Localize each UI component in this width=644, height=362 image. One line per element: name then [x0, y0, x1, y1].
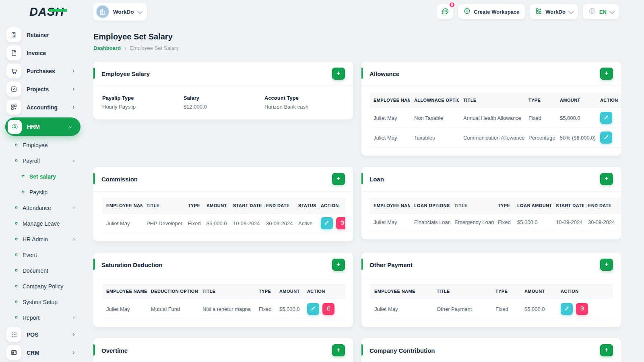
cell-employee-name: Juliet May	[102, 214, 142, 233]
sidebar-item-label: Invoice	[27, 50, 46, 56]
sidebar-item-label: Retainer	[27, 32, 49, 38]
add-overtime-button[interactable]	[332, 344, 345, 356]
edit-button[interactable]	[321, 217, 333, 229]
sidebar-item-system-setup[interactable]: System Setup	[0, 294, 86, 310]
hrm-target-icon	[8, 120, 22, 134]
column-header: TYPE	[494, 198, 513, 214]
sidebar-item-accounting[interactable]: Accounting	[0, 98, 86, 116]
column-header: START DATE	[229, 198, 262, 214]
loan-card: Loan EMPLOYEE NAME LOAN OPTIONS TITLE TY…	[361, 167, 621, 239]
sidebar-item-label: Attendance	[23, 205, 51, 211]
chat-icon	[441, 7, 449, 17]
check-square-icon	[6, 82, 21, 97]
globe-icon	[588, 7, 596, 16]
table-header-row: EMPLOYEE NAME ALLOWNACE OPTION TITLE TYP…	[369, 93, 621, 108]
edit-button[interactable]	[600, 112, 612, 124]
field-value: $12,000.0	[184, 104, 264, 110]
column-header: TYPE	[184, 198, 202, 214]
table-row: Juliet May Non Taxable Annual Health All…	[369, 108, 621, 128]
plus-icon	[604, 261, 609, 268]
column-header: EMPLOYEE NAME	[369, 93, 410, 108]
card-accent	[361, 68, 363, 79]
sidebar-item-hrm[interactable]: HRM	[5, 117, 80, 136]
sidebar-item-pos[interactable]: POS	[0, 325, 86, 343]
table-header-row: EMPLOYEE NAME TITLE TYPE AMOUNT ACTION	[370, 284, 613, 299]
edit-button[interactable]	[307, 303, 319, 315]
add-commission-button[interactable]	[332, 173, 345, 185]
sidebar-item-label: Set salary	[29, 173, 56, 180]
sidebar-item-label: Payslip	[29, 189, 47, 195]
sidebar-item-set-salary[interactable]: Set salary	[0, 169, 86, 184]
card-accent	[93, 259, 95, 270]
sidebar-item-payroll[interactable]: Payroll	[0, 153, 86, 169]
add-other-payment-button[interactable]	[600, 259, 613, 271]
edit-button[interactable]	[600, 132, 612, 144]
sidebar-item-invoice[interactable]: Invoice	[0, 44, 86, 62]
column-header: EMPLOYEE NAME	[369, 198, 410, 214]
sidebar-item-projects[interactable]: Projects	[0, 80, 86, 98]
plus-icon	[604, 70, 609, 77]
trash-icon	[340, 220, 345, 226]
bullet-icon	[14, 206, 18, 210]
delete-button[interactable]	[576, 303, 588, 315]
add-saturation-deduction-button[interactable]	[332, 259, 345, 271]
breadcrumb: Dashboard › Employee Set Salary	[93, 45, 621, 51]
invoice-icon	[6, 45, 21, 60]
sidebar-item-payslip[interactable]: Payslip	[0, 184, 86, 200]
column-header: STATUS	[294, 198, 317, 214]
column-header: TITLE	[459, 93, 524, 108]
breadcrumb-current: Employee Set Salary	[130, 45, 178, 51]
sidebar-item-purchases[interactable]: Purchases	[0, 62, 86, 80]
sidebar-item-document[interactable]: Document	[0, 263, 86, 278]
breadcrumb-dashboard-link[interactable]: Dashboard	[93, 45, 121, 51]
sidebar-item-event[interactable]: Event	[0, 247, 86, 263]
delete-button[interactable]	[322, 303, 334, 315]
plus-icon	[604, 176, 609, 183]
sidebar-item-label: Company Policy	[23, 283, 63, 290]
pencil-icon	[604, 134, 609, 141]
building-icon	[96, 5, 109, 19]
cell-amount: 50% ($6,000.0)	[556, 128, 596, 148]
cell-loan-amount: $5,000.0	[513, 214, 552, 231]
cell-title: Other Payment	[433, 299, 491, 319]
sidebar-item-employee[interactable]: Employee	[0, 137, 86, 153]
messages-button[interactable]: 0	[437, 4, 453, 19]
add-company-contribution-button[interactable]	[600, 344, 613, 356]
cell-employee-name: Juliet May	[370, 299, 433, 319]
sidebar-item-label: HR Admin	[23, 236, 48, 243]
cart-icon	[6, 64, 21, 78]
sidebar-item-label: HRM	[27, 123, 40, 130]
sidebar-item-retainer[interactable]: Retainer	[0, 26, 86, 44]
sidebar-item-manage-leave[interactable]: Manage Leave	[0, 216, 86, 231]
language-selector[interactable]: EN	[583, 4, 619, 19]
sidebar-item-report[interactable]: Report	[0, 310, 86, 325]
field-salary: Salary $12,000.0	[184, 95, 264, 110]
edit-button[interactable]	[561, 303, 573, 315]
column-header: START DATE	[552, 198, 584, 214]
sidebar-item-hr-admin[interactable]: HR Admin	[0, 231, 86, 247]
cell-title: Annual Health Allowance	[459, 108, 524, 128]
card-title: Other Payment	[369, 261, 413, 268]
cell-amount: $5,000.0	[275, 299, 303, 319]
plus-icon	[336, 176, 341, 183]
create-workspace-button[interactable]: Create Workspace	[458, 4, 525, 19]
sidebar-item-attendance[interactable]: Attendance	[0, 200, 86, 216]
sidebar-item-crm[interactable]: CRM	[0, 343, 86, 362]
add-employee-salary-button[interactable]	[332, 68, 345, 80]
workspace-switcher[interactable]: WorkDo	[530, 4, 578, 19]
language-label: EN	[599, 9, 607, 15]
pencil-icon	[311, 306, 316, 312]
add-loan-button[interactable]	[600, 173, 613, 185]
table-row: Juliet May Mutual Fund Nisi a tenetur ma…	[102, 299, 345, 319]
sidebar-item-label: Payroll	[23, 158, 40, 164]
column-header: TITLE	[142, 198, 184, 214]
workspace-chip[interactable]: WorkDo	[93, 3, 147, 21]
pencil-icon	[604, 115, 609, 121]
delete-button[interactable]	[336, 217, 345, 229]
add-allowance-button[interactable]	[600, 68, 613, 80]
cell-employee-name: Juliet May	[102, 299, 147, 319]
card-title: Employee Salary	[101, 70, 150, 77]
employee-salary-card: Employee Salary Payslip Type Hourly Pays…	[93, 62, 353, 119]
sidebar-item-company-policy[interactable]: Company Policy	[0, 278, 86, 294]
field-payslip-type: Payslip Type Hourly Payslip	[102, 95, 184, 110]
